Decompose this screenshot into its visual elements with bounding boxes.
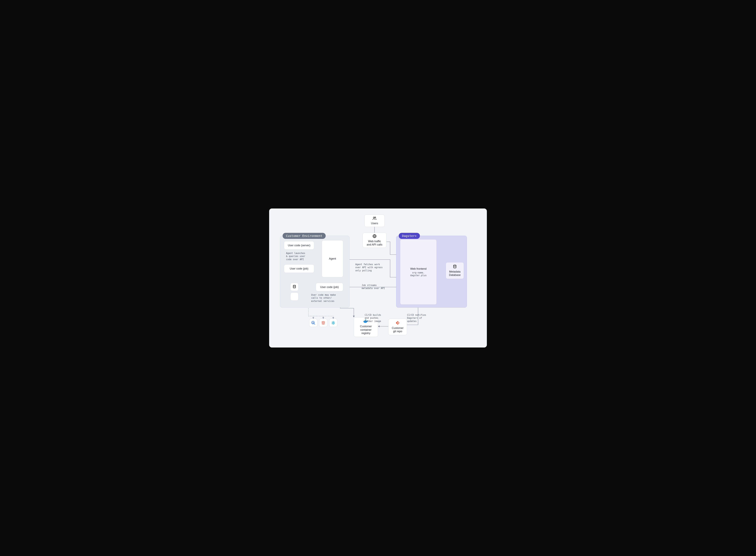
users-icon [372, 216, 376, 221]
node-git-repo-title: Customer git repo [392, 326, 403, 333]
node-container-registry-title: Customer container registry [360, 325, 372, 335]
database-icon [293, 285, 296, 289]
svg-rect-16 [313, 322, 313, 323]
database-icon [453, 265, 457, 269]
node-users: Users [364, 214, 385, 227]
node-external-db [290, 283, 298, 291]
git-icon [396, 321, 400, 325]
node-user-code-job-a: User code (job) [284, 265, 314, 273]
svg-rect-18 [314, 322, 314, 323]
architecture-diagram: Customer Environment Dagster+ Users Web … [269, 209, 487, 347]
svg-point-1 [375, 217, 376, 218]
node-web-traffic: Web traffic and API calls [363, 233, 387, 248]
node-web-frontend-title: Web frontend [410, 267, 427, 271]
service-icon-snowflake [329, 319, 337, 327]
node-agent-title: Agent [329, 257, 336, 260]
label-cicd-builds: CI/CD builds and pushes Docker image [365, 313, 381, 323]
service-icon-bigquery [309, 319, 317, 327]
node-metadata-db: Metadata Database [446, 262, 464, 279]
service-icon-databricks [319, 319, 327, 327]
label-agent-launches: Agent launches & queries user code over … [286, 252, 305, 261]
label-agent-fetches: Agent fetches work over API with egress … [355, 263, 383, 272]
svg-point-0 [373, 217, 374, 218]
node-user-code-job-b-title: User code (job) [320, 285, 339, 289]
label-job-streams: Job streams metadata over API [362, 284, 385, 290]
svg-point-13 [397, 323, 398, 324]
node-web-traffic-title: Web traffic and API calls [367, 240, 383, 246]
label-user-code-calls: User code may make calls to other/ exter… [311, 293, 336, 303]
node-web-frontend: Web frontend org-name. dagster.plus [400, 239, 437, 305]
svg-point-4 [454, 265, 456, 266]
node-user-code-server-title: User code (server) [288, 244, 310, 247]
node-user-code-job-a-title: User code (job) [290, 267, 308, 271]
bigquery-icon [311, 321, 316, 325]
globe-icon [372, 234, 376, 239]
snowflake-icon [331, 321, 335, 325]
region-label-dagster: Dagster+ [399, 233, 420, 239]
svg-rect-17 [313, 322, 314, 323]
node-web-frontend-sub: org-name. dagster.plus [410, 271, 427, 277]
node-agent: Agent [322, 240, 343, 277]
node-users-title: Users [371, 222, 378, 225]
label-cicd-notifies: CI/CD notifies Dagster+ of updates [407, 313, 426, 323]
node-metadata-db-title: Metadata Database [449, 270, 461, 277]
node-external-blank [290, 292, 298, 301]
node-git-repo: Customer git repo [388, 319, 407, 335]
node-user-code-job-b: User code (job) [316, 283, 343, 291]
databricks-icon [321, 321, 325, 325]
node-user-code-server: User code (server) [284, 241, 314, 250]
region-label-customer: Customer Environment [283, 233, 326, 239]
svg-point-3 [293, 285, 296, 286]
